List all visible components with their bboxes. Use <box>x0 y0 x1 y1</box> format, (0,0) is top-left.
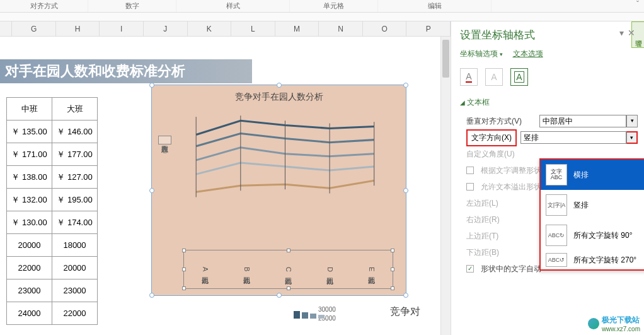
cell[interactable]: ￥ 132.00 <box>7 189 52 211</box>
data-table[interactable]: 中班大班 ￥ 135.00￥ 146.00 ￥ 171.00￥ 177.00 ￥… <box>6 97 98 325</box>
column-headers: G H I J K L M N O P <box>0 21 451 37</box>
pane-dropdown-icon[interactable]: ▾ <box>619 28 624 38</box>
worksheet[interactable]: G H I J K L M N O P 对手在园人数和收费标准分析 中班大班 ￥… <box>0 21 451 335</box>
chart-lines <box>183 107 393 226</box>
cell[interactable]: ￥ 138.00 <box>7 166 52 189</box>
margin-right-label: 右边距(R) <box>466 215 536 225</box>
text-direction-label: 文字方向(X) <box>466 129 517 146</box>
col-header[interactable]: M <box>275 21 319 37</box>
text-direction-select[interactable]: 竖排▾ <box>520 131 638 144</box>
margin-top-label: 上边距(T) <box>466 231 536 242</box>
cell[interactable]: 23000 <box>52 279 98 302</box>
group-edit: 编辑 <box>378 0 492 12</box>
cell[interactable]: 22000 <box>52 302 98 325</box>
tab-text-options[interactable]: 文本选项 <box>513 49 543 59</box>
cell[interactable]: ￥ 174.00 <box>52 211 98 234</box>
format-axis-pane: 管理 设置坐标轴格式 ▾ ✕ 坐标轴选项 文本选项 A A A 文本框 垂直对齐… <box>451 21 644 335</box>
cell[interactable]: ￥ 135.00 <box>7 120 52 143</box>
overflow-checkbox <box>466 183 474 191</box>
col-header[interactable]: J <box>144 21 188 37</box>
cell[interactable]: 23000 <box>7 279 52 302</box>
group-style: 样式 <box>176 0 290 12</box>
textbox-icon[interactable]: A <box>510 68 528 86</box>
group-number: 数字 <box>88 0 176 12</box>
chart-y-axis-label[interactable]: 在园总人数 <box>158 136 171 144</box>
margin-left-label: 左边距(L) <box>466 198 536 209</box>
col-header[interactable]: H <box>56 21 100 37</box>
cell[interactable]: 22000 <box>7 257 52 279</box>
valign-label: 垂直对齐方式(V) <box>466 116 536 127</box>
formula-bar[interactable] <box>0 13 644 21</box>
text-fill-icon[interactable]: A <box>460 68 478 86</box>
col-header[interactable]: P <box>406 21 451 37</box>
col-header[interactable]: L <box>231 21 275 37</box>
col-header[interactable]: N <box>319 21 363 37</box>
watermark: 极光下载站 www.xz7.com <box>588 315 640 332</box>
ribbon-collapse-icon[interactable]: ˇ <box>631 0 644 12</box>
x-category: C幼儿园 <box>284 267 293 272</box>
cell[interactable]: 20000 <box>52 257 98 279</box>
group-alignment: 对齐方式 <box>0 0 88 12</box>
col-header[interactable]: O <box>363 21 407 37</box>
cell[interactable]: ￥ 127.00 <box>52 166 98 189</box>
cell[interactable]: ￥ 130.00 <box>7 211 52 234</box>
autofit-checkbox[interactable] <box>466 265 474 273</box>
sheet-title-banner: 对手在园人数和收费标准分析 <box>0 59 252 83</box>
pane-close-icon[interactable]: ✕ <box>628 28 635 38</box>
col-header[interactable]: K <box>188 21 232 37</box>
section-textbox[interactable]: 文本框 <box>451 92 644 113</box>
chart-title[interactable]: 竞争对手在园人数分析 <box>152 85 406 107</box>
watermark-logo-icon <box>588 318 599 329</box>
x-category: A幼儿园 <box>200 267 210 271</box>
col-header[interactable]: I <box>100 21 144 37</box>
cell[interactable]: ￥ 195.00 <box>52 189 98 211</box>
cell[interactable]: ￥ 171.00 <box>7 143 52 166</box>
resize-shape-checkbox <box>466 167 474 174</box>
valign-select[interactable]: 中部居中▾ <box>539 115 638 127</box>
group-cell: 单元格 <box>290 0 378 12</box>
cell[interactable]: 20000 <box>7 234 52 257</box>
chart-x-axis-selected[interactable]: A幼儿园 B幼儿园 C幼儿园 D幼儿园 E幼儿园 <box>183 250 393 289</box>
x-category: B幼儿园 <box>242 267 251 271</box>
cell[interactable]: 18000 <box>52 234 98 257</box>
cell[interactable]: ￥ 177.00 <box>52 143 98 166</box>
text-direction-dropdown[interactable]: 文字 ABC 横排 文|字|A 竖排 ABC↻ 所有文字旋转 90° ABC↺ … <box>539 158 644 271</box>
text-effects-icon[interactable]: A <box>485 68 503 86</box>
x-category: E幼儿园 <box>367 267 376 271</box>
x-category: D幼儿园 <box>325 267 335 272</box>
margin-bottom-label: 下边距(B) <box>466 247 536 258</box>
direction-option-rotate270[interactable]: ABC↺ 所有文字旋转 270° <box>541 250 644 269</box>
direction-option-rotate90[interactable]: ABC↻ 所有文字旋转 90° <box>541 220 644 250</box>
tab-axis-options[interactable]: 坐标轴选项 <box>460 49 503 59</box>
embedded-chart[interactable]: 竞争对手在园人数分析 在园总人数 <box>151 85 406 296</box>
ribbon-group-labels: 对齐方式 数字 样式 单元格 编辑 ˇ <box>0 0 644 13</box>
direction-option-vertical[interactable]: 文|字|A 竖排 <box>541 190 644 220</box>
cell[interactable]: 24000 <box>7 302 52 325</box>
table-header[interactable]: 中班 <box>7 98 52 120</box>
small-chart-fragment: 竞争对 <box>290 305 420 319</box>
chart-plot-area[interactable] <box>183 107 393 226</box>
direction-option-horizontal[interactable]: 文字 ABC 横排 <box>541 160 644 190</box>
cell[interactable]: ￥ 146.00 <box>52 120 98 143</box>
pane-title: 设置坐标轴格式 <box>460 29 535 41</box>
vertical-scrollbar[interactable] <box>440 37 451 335</box>
custom-angle-label: 自定义角度(U) <box>466 149 536 160</box>
table-header[interactable]: 大班 <box>52 98 98 120</box>
col-header[interactable]: G <box>12 21 56 37</box>
